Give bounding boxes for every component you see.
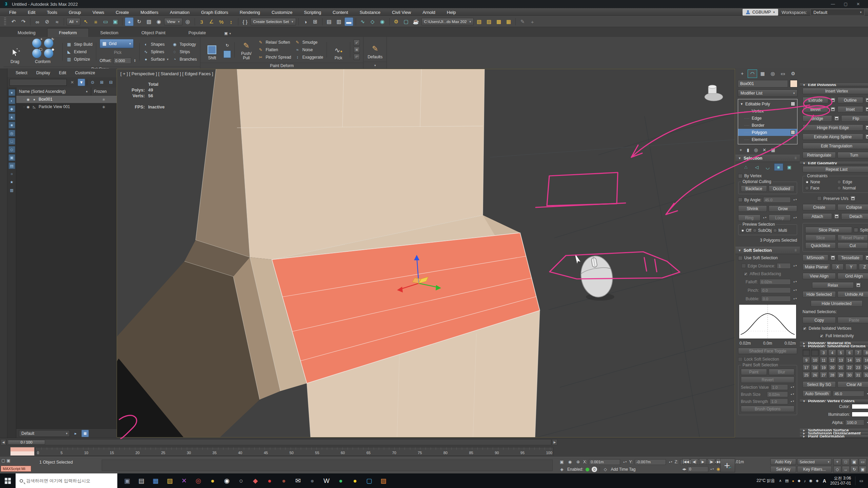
slice-plane-button[interactable]: Slice Plane [805, 227, 852, 233]
modifier-list-dropdown[interactable]: Modifier List▾ [738, 89, 797, 97]
start-button[interactable] [0, 473, 16, 488]
select-object-icon[interactable]: ↖ [81, 17, 90, 26]
conform-relax-icon[interactable]: ◆ [44, 49, 53, 58]
material-editor-icon[interactable]: ◉ [378, 17, 387, 26]
outline-button[interactable]: Outline [837, 97, 863, 103]
cancel-icon[interactable]: ✖ [354, 47, 360, 53]
rollout-vertex-colors[interactable]: ▼Polygon: Vertex Colors⠿ [800, 400, 868, 403]
occluded-button[interactable]: Occluded [769, 185, 795, 192]
unlink-selection-icon[interactable]: ⊘ [43, 17, 52, 26]
paint-deform-panel-label[interactable]: Paint Deform [200, 63, 363, 68]
shift-rotate-icon[interactable]: ↻ [223, 42, 231, 49]
shift-scale-icon[interactable] [223, 50, 231, 58]
disabled-tool-icon[interactable]: ✎ [518, 17, 527, 26]
tessellate-button[interactable]: Tessellate [837, 255, 863, 261]
branches-button[interactable]: ◔Branches [172, 56, 197, 63]
next-frame-button[interactable]: |▶ [708, 459, 715, 465]
explorer-menu-item[interactable]: Select [12, 70, 32, 75]
smoothing-group-button[interactable]: 17 [803, 364, 810, 371]
minimize-icon[interactable]: — [831, 2, 835, 6]
full-interactivity-checkbox[interactable] [820, 334, 824, 338]
display-frozen-icon[interactable]: ▥ [8, 187, 15, 194]
absolute-offset-toggle-icon[interactable]: ⊕ [575, 459, 581, 465]
project-folder-dropdown[interactable]: C:\Users\JI...ds Max 202▾ [421, 18, 474, 25]
insert-vertex-button[interactable]: Insert Vertex [803, 88, 868, 94]
use-pivot-point-center-icon[interactable]: ◎ [183, 17, 192, 26]
grid-button[interactable]: ▦Grid▾ [100, 39, 134, 48]
tessellate-settings-icon[interactable] [865, 255, 868, 261]
bevel-button[interactable]: Bevel [803, 106, 828, 113]
pin-stack-icon[interactable]: + [739, 147, 742, 152]
unhide-all-button[interactable]: Unhide All [837, 291, 868, 298]
column-header-name[interactable]: Name (Sorted Ascending)▲ [16, 87, 91, 95]
schematic-view-icon[interactable]: ◇ [368, 17, 377, 26]
extrude-button[interactable]: Extrude [803, 97, 828, 103]
constraint-edge-radio[interactable] [837, 180, 841, 184]
conform-button[interactable]: + ↻ ▢ ◆ Conform [26, 39, 59, 65]
zoom-region-icon[interactable]: ▭ [859, 459, 867, 465]
extrude-along-spline-settings-icon[interactable] [865, 134, 868, 140]
smoothing-group-button[interactable]: 28 [828, 372, 836, 378]
menu-item[interactable]: Civil View [386, 8, 417, 16]
project-folder-icon[interactable]: ▧ [475, 17, 484, 26]
tab-modeling[interactable]: Modeling [6, 28, 47, 37]
bevel-settings-icon[interactable] [830, 106, 836, 112]
taskbar-app-icon[interactable]: ▣ [120, 473, 134, 488]
visibility-eye-icon[interactable]: ◉ [25, 98, 31, 101]
backface-button[interactable]: Backface [741, 185, 767, 192]
reference-coordinate-system-dropdown[interactable]: View▾ [164, 18, 182, 25]
visibility-eye-icon[interactable]: ◉ [25, 105, 31, 109]
time-slider-left-arrow[interactable]: ◀ [1, 439, 6, 445]
subobject-vertex-icon[interactable]: ∴ [742, 163, 751, 171]
smoothing-group-button[interactable]: 18 [811, 364, 818, 371]
preserve-uvs-settings-icon[interactable] [850, 196, 856, 201]
edge-distance-field[interactable]: 1 [777, 263, 791, 269]
subobject-edge-icon[interactable]: ◁ [752, 163, 762, 171]
make-planar-z-button[interactable]: Z [859, 264, 868, 270]
menu-item[interactable]: File [3, 8, 22, 16]
optimize-button[interactable]: ▥Optimize [66, 56, 93, 63]
perspective-viewport[interactable]: [ + ] [ Perspective ] [ Standard ] [ Edg… [117, 69, 735, 437]
explorer-preset-dropdown[interactable]: Default▾ [19, 430, 70, 437]
show-end-result-icon[interactable]: ▮ [747, 147, 749, 152]
isolate-selection-toggle-icon[interactable]: ▢ [1, 458, 5, 463]
extrude-along-spline-button[interactable]: Extrude Along Spline [803, 134, 863, 140]
noise-button[interactable]: ≈Noise [295, 46, 323, 54]
track-bar-ruler[interactable]: 0510152025303540455055606570758085909510… [36, 447, 553, 456]
smoothing-group-button[interactable]: 11 [820, 357, 827, 363]
object-name-field[interactable]: Box001 [738, 80, 788, 87]
quickslice-button[interactable]: QuickSlice [805, 242, 836, 249]
rollout-subdivision-displacement[interactable]: ►Subdivision Displacement⠿ [800, 432, 868, 435]
conform-rotate-icon[interactable]: ↻ [44, 39, 53, 48]
tab-motion[interactable]: ◎ [768, 69, 777, 78]
stack-led[interactable] [791, 102, 795, 106]
revert-button[interactable]: Revert [741, 377, 794, 383]
rectangular-selection-region-icon[interactable]: ▭ [101, 17, 110, 26]
collapse-button[interactable]: Collapse [837, 204, 868, 210]
smoothing-group-button[interactable]: 25 [803, 372, 810, 378]
smoothing-group-button[interactable]: 5 [837, 349, 845, 356]
transform-lock-icon[interactable]: ◉ [567, 459, 573, 465]
workspace-dropdown[interactable]: Default ▾ [810, 9, 865, 16]
align-icon[interactable]: ⊞ [311, 17, 320, 26]
retriangulate-button[interactable]: Retriangulate [803, 152, 836, 158]
smoothing-group-button[interactable]: 24 [863, 364, 868, 371]
smoothing-group-button[interactable]: 14 [846, 357, 853, 363]
smoothing-group-button[interactable]: 12 [828, 357, 836, 363]
explorer-next-icon[interactable]: ▸ [72, 430, 79, 437]
tab-modify[interactable]: ◠ [748, 69, 757, 78]
column-header-frozen[interactable]: Frozen [91, 87, 117, 95]
taskbar-app-icon[interactable]: ● [334, 473, 348, 488]
smoothing-group-button[interactable]: 27 [820, 372, 827, 378]
field-of-view-icon[interactable]: ◇ [833, 466, 841, 473]
explorer-menu-item[interactable]: Edit [55, 70, 71, 75]
smudge-button[interactable]: ✎Smudge [295, 39, 323, 46]
close-icon[interactable]: ✕ [856, 2, 860, 6]
rendered-frame-window-icon[interactable]: ▢ [402, 17, 411, 26]
offset-field[interactable]: 0.000 [114, 58, 131, 64]
smoothing-group-button[interactable]: 26 [811, 372, 818, 378]
shapes-button[interactable]: ◐Shapes [143, 41, 169, 48]
stack-led[interactable] [791, 130, 795, 135]
named-selection-sets-dropdown[interactable]: Create Selection Set▾ [251, 18, 296, 25]
copy-button[interactable]: Copy [803, 317, 836, 323]
